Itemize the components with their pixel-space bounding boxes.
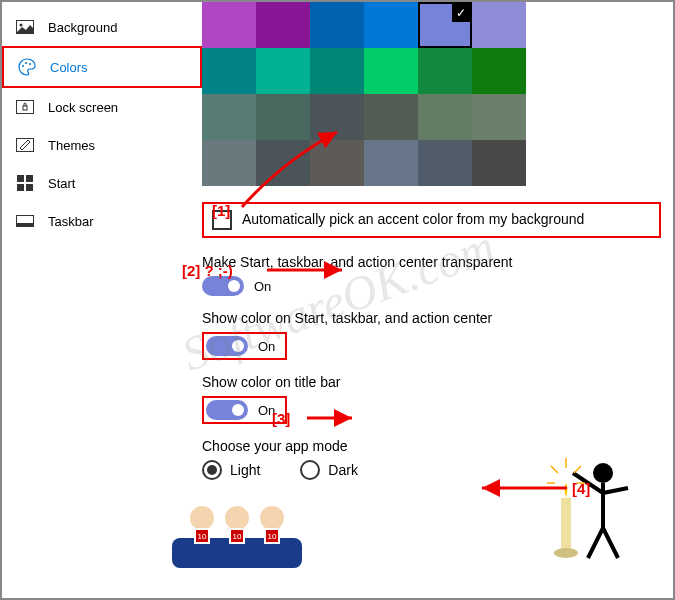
svg-rect-6 <box>23 106 27 110</box>
toggle-transparent[interactable] <box>202 276 244 296</box>
setting-label: Show color on title bar <box>202 374 673 390</box>
sidebar-item-label: Themes <box>48 138 95 153</box>
setting-label: Make Start, taskbar, and action center t… <box>202 254 673 270</box>
toggle-show-color-title[interactable] <box>206 400 248 420</box>
color-swatch[interactable] <box>364 48 418 94</box>
main-content: Automatically pick an accent color from … <box>202 2 673 598</box>
sidebar-item-label: Colors <box>50 60 88 75</box>
svg-rect-9 <box>26 175 33 182</box>
radio-indicator <box>202 460 222 480</box>
auto-pick-checkbox[interactable] <box>212 210 232 230</box>
setting-show-color-start: Show color on Start, taskbar, and action… <box>202 310 673 360</box>
sidebar-item-label: Lock screen <box>48 100 118 115</box>
color-swatch[interactable] <box>256 140 310 186</box>
color-swatch[interactable] <box>310 94 364 140</box>
color-swatch[interactable] <box>472 48 526 94</box>
svg-rect-10 <box>17 184 24 191</box>
color-swatch[interactable] <box>202 48 256 94</box>
color-swatch[interactable] <box>472 94 526 140</box>
radio-label: Dark <box>328 462 358 478</box>
toggle-state: On <box>258 403 275 418</box>
radio-label: Light <box>230 462 260 478</box>
brush-icon <box>16 136 34 154</box>
app-mode-block: Choose your app mode Light Dark <box>202 438 673 480</box>
sidebar: Background Colors Lock screen Themes Sta… <box>2 2 202 598</box>
svg-rect-8 <box>17 175 24 182</box>
color-swatch[interactable] <box>418 140 472 186</box>
color-swatch[interactable] <box>364 140 418 186</box>
taskbar-icon <box>16 212 34 230</box>
color-swatch[interactable] <box>310 140 364 186</box>
setting-show-color-title: Show color on title bar On <box>202 374 673 424</box>
color-swatch[interactable] <box>418 48 472 94</box>
sidebar-item-themes[interactable]: Themes <box>2 126 202 164</box>
color-swatch[interactable] <box>310 2 364 48</box>
color-swatch[interactable] <box>256 2 310 48</box>
svg-rect-7 <box>17 139 34 152</box>
svg-point-2 <box>22 65 24 67</box>
sidebar-item-lock-screen[interactable]: Lock screen <box>2 88 202 126</box>
lock-icon <box>16 98 34 116</box>
setting-transparent: Make Start, taskbar, and action center t… <box>202 254 673 296</box>
color-grid <box>202 2 673 186</box>
svg-point-1 <box>20 24 23 27</box>
color-swatch[interactable] <box>256 48 310 94</box>
palette-icon <box>18 58 36 76</box>
color-swatch[interactable] <box>364 94 418 140</box>
color-swatch[interactable] <box>364 2 418 48</box>
svg-rect-11 <box>26 184 33 191</box>
auto-pick-label: Automatically pick an accent color from … <box>242 210 584 228</box>
svg-point-4 <box>29 63 31 65</box>
color-swatch[interactable] <box>472 140 526 186</box>
color-swatch[interactable] <box>418 94 472 140</box>
svg-point-3 <box>25 62 27 64</box>
start-icon <box>16 174 34 192</box>
sidebar-item-start[interactable]: Start <box>2 164 202 202</box>
color-swatch[interactable] <box>472 2 526 48</box>
color-swatch[interactable] <box>202 94 256 140</box>
color-swatch[interactable] <box>256 94 310 140</box>
svg-rect-5 <box>17 101 34 114</box>
toggle-state: On <box>258 339 275 354</box>
sidebar-item-label: Start <box>48 176 75 191</box>
radio-indicator <box>300 460 320 480</box>
color-swatch[interactable] <box>202 140 256 186</box>
sidebar-item-background[interactable]: Background <box>2 8 202 46</box>
toggle-show-color-start[interactable] <box>206 336 248 356</box>
color-swatch[interactable] <box>202 2 256 48</box>
svg-rect-13 <box>17 223 34 227</box>
toggle-state: On <box>254 279 271 294</box>
image-icon <box>16 18 34 36</box>
sidebar-item-taskbar[interactable]: Taskbar <box>2 202 202 240</box>
sidebar-item-label: Taskbar <box>48 214 94 229</box>
radio-dark[interactable]: Dark <box>300 460 358 480</box>
sidebar-item-colors[interactable]: Colors <box>2 46 202 88</box>
color-swatch[interactable] <box>310 48 364 94</box>
sidebar-item-label: Background <box>48 20 117 35</box>
setting-label: Show color on Start, taskbar, and action… <box>202 310 673 326</box>
color-swatch[interactable] <box>418 2 472 48</box>
radio-light[interactable]: Light <box>202 460 260 480</box>
auto-pick-row: Automatically pick an accent color from … <box>202 202 661 238</box>
app-mode-label: Choose your app mode <box>202 438 673 454</box>
